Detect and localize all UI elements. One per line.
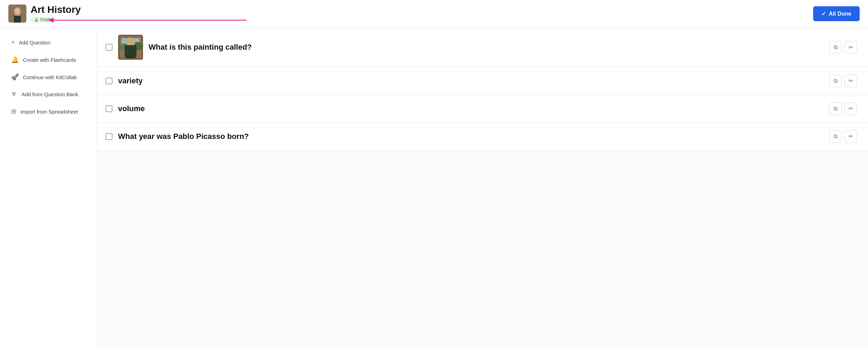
question-actions-q3: ⧉ ✏ xyxy=(829,102,857,115)
question-image-q1 xyxy=(118,35,143,60)
question-actions-q2: ⧉ ✏ xyxy=(829,75,857,87)
question-checkbox-q3[interactable] xyxy=(106,105,112,112)
svg-point-9 xyxy=(120,43,130,50)
copy-button-q4[interactable]: ⧉ xyxy=(829,130,842,143)
edit-icon: ✏ xyxy=(849,77,853,84)
svg-rect-11 xyxy=(126,47,135,56)
edit-button-q4[interactable]: ✏ xyxy=(844,130,857,143)
question-text-q3: volume xyxy=(118,104,824,113)
question-actions-q1: ⧉ ✏ xyxy=(829,41,857,53)
question-row: variety ⧉ ✏ xyxy=(97,67,868,95)
svg-rect-12 xyxy=(129,44,132,48)
svg-rect-15 xyxy=(127,41,129,46)
svg-point-13 xyxy=(127,39,134,46)
header-left: Art History 🔒 Public xyxy=(8,5,81,23)
svg-point-17 xyxy=(129,42,130,43)
lock-icon: 🔒 xyxy=(34,17,39,22)
main-layout: + Add Question 🔔 Create with Flashcards … xyxy=(0,28,868,347)
edit-button-q1[interactable]: ✏ xyxy=(844,41,857,53)
sidebar-item-add-question-bank[interactable]: ⛛ Add from Question Bank xyxy=(3,86,94,102)
sidebar-item-label: Import from Spreadsheet xyxy=(20,109,78,115)
copy-button-q2[interactable]: ⧉ xyxy=(829,75,842,87)
title-section: Art History 🔒 Public xyxy=(31,5,81,23)
plus-icon: + xyxy=(11,39,15,46)
sidebar-item-continue-kitcollab[interactable]: 🚀 Continue with KitCollab xyxy=(3,69,94,85)
question-checkbox-q1[interactable] xyxy=(106,44,112,51)
sidebar-item-import-spreadsheet[interactable]: ⊞ Import from Spreadsheet xyxy=(3,104,94,119)
question-text-q2: variety xyxy=(118,76,824,85)
edit-icon: ✏ xyxy=(849,133,853,140)
header: Art History 🔒 Public ✓ All Done xyxy=(0,0,868,28)
question-checkbox-q4[interactable] xyxy=(106,133,112,140)
question-checkbox-q2[interactable] xyxy=(106,77,112,84)
content-area: What is this painting called? ⧉ ✏ variet… xyxy=(97,28,868,347)
rocket-icon: 🚀 xyxy=(11,73,19,81)
copy-button-q1[interactable]: ⧉ xyxy=(829,41,842,53)
copy-icon: ⧉ xyxy=(834,133,837,140)
edit-button-q2[interactable]: ✏ xyxy=(844,75,857,87)
sidebar-item-add-question[interactable]: + Add Question xyxy=(3,35,94,50)
page-title: Art History xyxy=(31,5,81,15)
copy-icon: ⧉ xyxy=(834,44,837,50)
sidebar-item-label: Continue with KitCollab xyxy=(23,74,77,80)
flashcard-icon: 🔔 xyxy=(11,56,19,64)
svg-rect-16 xyxy=(132,41,134,46)
spreadsheet-icon: ⊞ xyxy=(11,108,16,115)
svg-point-10 xyxy=(131,42,143,50)
question-text-q4: What year was Pablo Picasso born? xyxy=(118,132,824,141)
question-actions-q4: ⧉ ✏ xyxy=(829,130,857,143)
copy-icon: ⧉ xyxy=(834,106,837,112)
question-row: What year was Pablo Picasso born? ⧉ ✏ xyxy=(97,123,868,150)
sidebar-item-create-flashcards[interactable]: 🔔 Create with Flashcards xyxy=(3,52,94,68)
funnel-icon: ⛛ xyxy=(11,91,17,98)
sidebar-item-label: Add from Question Bank xyxy=(22,91,78,97)
edit-icon: ✏ xyxy=(849,44,853,51)
copy-button-q3[interactable]: ⧉ xyxy=(829,102,842,115)
all-done-button[interactable]: ✓ All Done xyxy=(813,6,860,21)
question-text-q1: What is this painting called? xyxy=(149,43,824,52)
checkmark-icon: ✓ xyxy=(821,10,826,17)
svg-point-2 xyxy=(15,8,20,14)
svg-point-14 xyxy=(127,38,134,43)
svg-point-18 xyxy=(131,42,132,43)
edit-button-q3[interactable]: ✏ xyxy=(844,102,857,115)
avatar xyxy=(8,5,26,23)
sidebar-item-label: Create with Flashcards xyxy=(23,57,76,63)
sidebar: + Add Question 🔔 Create with Flashcards … xyxy=(0,28,97,347)
question-row: What is this painting called? ⧉ ✏ xyxy=(97,28,868,67)
public-badge: 🔒 Public xyxy=(31,17,55,23)
sidebar-item-label: Add Question xyxy=(19,40,51,46)
edit-icon: ✏ xyxy=(849,105,853,112)
svg-rect-3 xyxy=(14,16,21,23)
question-row: volume ⧉ ✏ xyxy=(97,95,868,123)
copy-icon: ⧉ xyxy=(834,78,837,84)
